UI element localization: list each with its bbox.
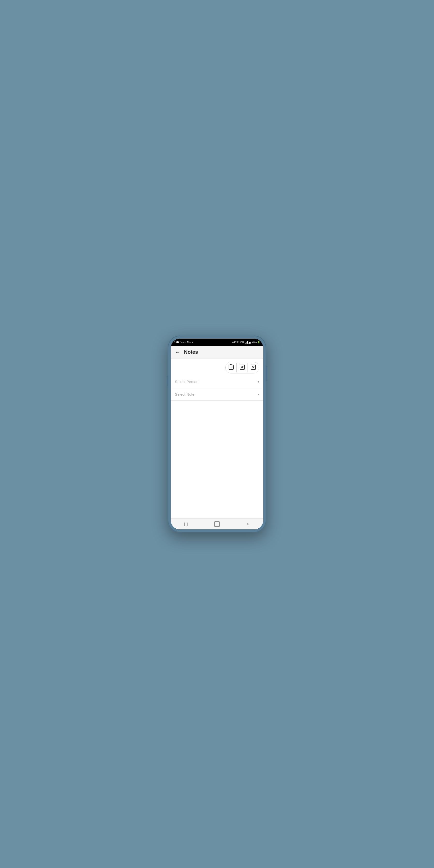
back-nav-icon: < — [247, 522, 249, 526]
recents-icon: ||| — [184, 522, 188, 526]
delete-note-button[interactable] — [248, 362, 259, 373]
phone-frame: 8:02 ⁰KB/s 🖼 ✉ • VoLTE+ LTE1 — [168, 336, 266, 532]
delete-note-icon — [251, 364, 256, 371]
svg-line-8 — [242, 367, 243, 368]
signal-strength-icon — [245, 341, 248, 344]
home-icon — [214, 521, 220, 527]
dot-icon: • — [192, 341, 193, 343]
select-person-label: Select Person — [175, 379, 198, 384]
chevron-down-icon-2: ▾ — [258, 393, 259, 396]
app-content: Select Person ▾ Select Note ▾ — [171, 359, 263, 518]
toolbar — [171, 359, 263, 375]
select-person-dropdown[interactable]: Select Person ▾ — [171, 375, 263, 388]
edit-note-icon — [240, 364, 245, 371]
add-note-button[interactable] — [225, 362, 237, 373]
toolbar-group — [225, 362, 259, 373]
gallery-icon: 🖼 — [186, 341, 188, 343]
email-icon: ✉ — [189, 341, 191, 343]
back-nav-button[interactable]: < — [240, 519, 255, 529]
page-title: Notes — [184, 349, 198, 355]
signal-strength2-icon — [249, 341, 251, 344]
phone-screen: 8:02 ⁰KB/s 🖼 ✉ • VoLTE+ LTE1 — [171, 339, 263, 529]
svg-rect-5 — [230, 364, 231, 365]
recents-button[interactable]: ||| — [179, 519, 194, 529]
back-button[interactable]: ← — [175, 349, 180, 355]
data-speed-icon: ⁰KB/s — [180, 341, 185, 343]
status-left: 8:02 ⁰KB/s 🖼 ✉ • — [174, 341, 193, 344]
chevron-down-icon: ▾ — [258, 380, 259, 383]
battery-percentage: 43% — [252, 341, 257, 343]
network-label: VoLTE+ LTE1 — [232, 341, 244, 343]
status-right: VoLTE+ LTE1 43% 🔋 — [232, 341, 260, 344]
select-note-label: Select Note — [175, 392, 194, 396]
battery-icon: 🔋 — [257, 341, 260, 343]
status-bar: 8:02 ⁰KB/s 🖼 ✉ • VoLTE+ LTE1 — [171, 339, 263, 346]
power-button[interactable] — [266, 366, 267, 381]
edit-note-button[interactable] — [237, 362, 248, 373]
svg-rect-6 — [231, 364, 232, 365]
volume-button[interactable] — [167, 376, 168, 386]
add-note-icon — [228, 364, 234, 371]
empty-content-area — [171, 421, 263, 518]
nav-bar: ||| < — [171, 518, 263, 529]
select-note-dropdown[interactable]: Select Note ▾ — [171, 388, 263, 401]
home-button[interactable] — [210, 519, 224, 529]
app-header: ← Notes — [171, 346, 263, 359]
status-time: 8:02 — [174, 341, 179, 344]
